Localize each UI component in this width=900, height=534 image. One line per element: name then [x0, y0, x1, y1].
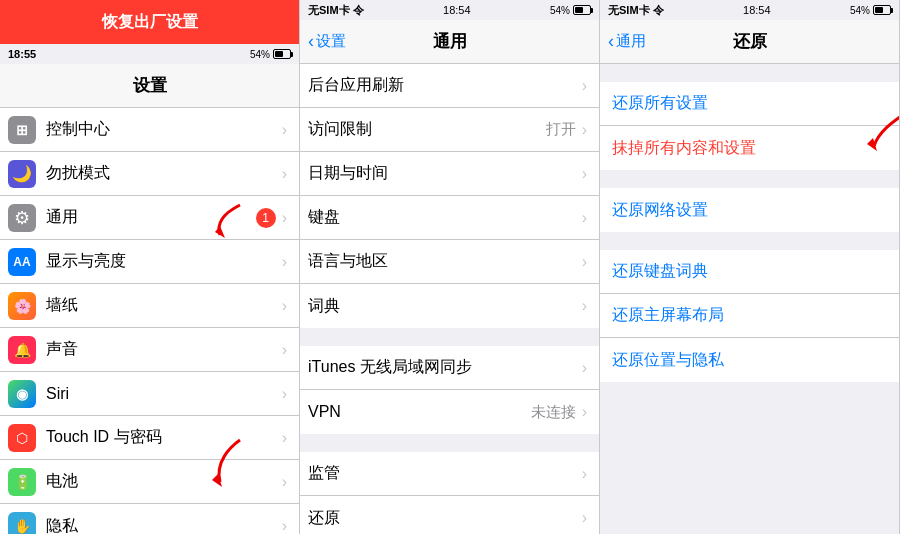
- chevron-icon: ›: [282, 473, 287, 491]
- status-time-2: 18:54: [443, 4, 471, 16]
- chevron-icon: ›: [282, 341, 287, 359]
- status-battery-3: 54%: [850, 5, 891, 16]
- svg-marker-2: [867, 138, 877, 151]
- chevron-icon: ›: [582, 403, 587, 421]
- list-item-control-center[interactable]: ⊞ 控制中心 ›: [0, 108, 299, 152]
- privacy-label: 隐私: [46, 516, 282, 535]
- section-gap-3: [300, 434, 599, 452]
- reset-section-2: 还原网络设置: [600, 188, 899, 232]
- reset-location-label: 还原位置与隐私: [612, 350, 724, 371]
- reset-item-homescreen[interactable]: 还原主屏幕布局: [600, 294, 899, 338]
- sound-icon: 🔔: [8, 336, 36, 364]
- datetime-label: 日期与时间: [308, 163, 582, 184]
- dnd-label: 勿扰模式: [46, 163, 282, 184]
- list-item-sound[interactable]: 🔔 声音 ›: [0, 328, 299, 372]
- list-item-bg-refresh[interactable]: 后台应用刷新 ›: [300, 64, 599, 108]
- reset-list[interactable]: 还原所有设置 抹掉所有内容和设置 还原网络设置: [600, 64, 899, 534]
- chevron-icon: ›: [282, 209, 287, 227]
- chevron-icon: ›: [582, 121, 587, 139]
- erase-all-label: 抹掉所有内容和设置: [612, 138, 756, 159]
- status-battery-1: 54%: [250, 49, 291, 60]
- list-item-touchid[interactable]: ⬡ Touch ID 与密码 ›: [0, 416, 299, 460]
- list-item-keyboard[interactable]: 键盘 ›: [300, 196, 599, 240]
- reset-item-erase-all[interactable]: 抹掉所有内容和设置: [600, 126, 899, 170]
- panel-general: 无SIM卡 令 18:54 54% ‹ 设置 通用 后台应用刷新 › 访问限制 …: [300, 0, 600, 534]
- list-item-battery[interactable]: 🔋 电池 ›: [0, 460, 299, 504]
- list-item-dnd[interactable]: 🌙 勿扰模式 ›: [0, 152, 299, 196]
- general-list[interactable]: 后台应用刷新 › 访问限制 打开 › 日期与时间 › 键盘 › 语言与地区 › …: [300, 64, 599, 534]
- list-item-privacy[interactable]: ✋ 隐私 ›: [0, 504, 299, 534]
- status-bar-3: 无SIM卡 令 18:54 54%: [600, 0, 899, 20]
- list-item-dictionary[interactable]: 词典 ›: [300, 284, 599, 328]
- chevron-icon: ›: [582, 253, 587, 271]
- battery-icon-2: [573, 5, 591, 15]
- settings-list[interactable]: ⊞ 控制中心 › 🌙 勿扰模式 › ⚙ 通用 1 › AA 显示与亮度 ›: [0, 108, 299, 534]
- wallpaper-icon: 🌸: [8, 292, 36, 320]
- factory-reset-header: 恢复出厂设置: [0, 0, 299, 44]
- reset-item-all-settings[interactable]: 还原所有设置: [600, 82, 899, 126]
- chevron-icon: ›: [282, 297, 287, 315]
- section-gap-reset-mid: [600, 170, 899, 188]
- control-center-label: 控制中心: [46, 119, 282, 140]
- chevron-icon: ›: [582, 297, 587, 315]
- nav-bar-2: ‹ 设置 通用: [300, 20, 599, 64]
- list-item-vpn[interactable]: VPN 未连接 ›: [300, 390, 599, 434]
- restrictions-label: 访问限制: [308, 119, 546, 140]
- reset-item-network[interactable]: 还原网络设置: [600, 188, 899, 232]
- status-bar-1: 18:55 54%: [0, 44, 299, 64]
- language-label: 语言与地区: [308, 251, 582, 272]
- vpn-label: VPN: [308, 403, 531, 421]
- status-left-3: 无SIM卡 令: [608, 3, 664, 18]
- nav-title-3: 还原: [733, 30, 767, 53]
- list-item-itunes-sync[interactable]: iTunes 无线局域网同步 ›: [300, 346, 599, 390]
- siri-label: Siri: [46, 385, 282, 403]
- keyboard-label: 键盘: [308, 207, 582, 228]
- touchid-label: Touch ID 与密码: [46, 427, 282, 448]
- vpn-value: 未连接: [531, 403, 576, 422]
- list-item-management[interactable]: 监管 ›: [300, 452, 599, 496]
- list-item-restrictions[interactable]: 访问限制 打开 ›: [300, 108, 599, 152]
- reset-item-location[interactable]: 还原位置与隐私: [600, 338, 899, 382]
- list-item-general[interactable]: ⚙ 通用 1 ›: [0, 196, 299, 240]
- battery-icon-1: [273, 49, 291, 59]
- reset-item-keyboard[interactable]: 还原键盘词典: [600, 250, 899, 294]
- restrictions-value: 打开: [546, 120, 576, 139]
- chevron-icon: ›: [582, 77, 587, 95]
- status-left-2: 无SIM卡 令: [308, 3, 364, 18]
- list-item-datetime[interactable]: 日期与时间 ›: [300, 152, 599, 196]
- general-section-3: 监管 › 还原 ›: [300, 452, 599, 534]
- nav-bar-3: ‹ 通用 还原: [600, 20, 899, 64]
- chevron-icon: ›: [282, 253, 287, 271]
- reset-network-label: 还原网络设置: [612, 200, 708, 221]
- reset-homescreen-label: 还原主屏幕布局: [612, 305, 724, 326]
- battery-icon-3: [873, 5, 891, 15]
- dnd-icon: 🌙: [8, 160, 36, 188]
- siri-icon: ◉: [8, 380, 36, 408]
- list-item-display[interactable]: AA 显示与亮度 ›: [0, 240, 299, 284]
- battery-label: 电池: [46, 471, 282, 492]
- list-item-siri[interactable]: ◉ Siri ›: [0, 372, 299, 416]
- settings-section-main: ⊞ 控制中心 › 🌙 勿扰模式 › ⚙ 通用 1 › AA 显示与亮度 ›: [0, 108, 299, 534]
- list-item-language[interactable]: 语言与地区 ›: [300, 240, 599, 284]
- section-gap-2: [300, 328, 599, 346]
- nav-back-3[interactable]: ‹ 通用: [608, 31, 646, 52]
- itunes-sync-label: iTunes 无线局域网同步: [308, 357, 582, 378]
- general-section-1: 后台应用刷新 › 访问限制 打开 › 日期与时间 › 键盘 › 语言与地区 › …: [300, 64, 599, 328]
- chevron-icon: ›: [282, 385, 287, 403]
- chevron-icon: ›: [282, 165, 287, 183]
- chevron-icon: ›: [282, 429, 287, 447]
- chevron-icon: ›: [282, 121, 287, 139]
- reset-label: 还原: [308, 508, 582, 529]
- status-time-3: 18:54: [743, 4, 771, 16]
- reset-section: 还原所有设置 抹掉所有内容和设置: [600, 82, 899, 170]
- section-gap-reset-mid2: [600, 232, 899, 250]
- list-item-reset[interactable]: 还原 ›: [300, 496, 599, 534]
- chevron-icon: ›: [582, 359, 587, 377]
- general-section-2: iTunes 无线局域网同步 › VPN 未连接 ›: [300, 346, 599, 434]
- general-label: 通用: [46, 207, 256, 228]
- list-item-wallpaper[interactable]: 🌸 墙纸 ›: [0, 284, 299, 328]
- nav-back-2[interactable]: ‹ 设置: [308, 31, 346, 52]
- control-center-icon: ⊞: [8, 116, 36, 144]
- privacy-icon: ✋: [8, 512, 36, 534]
- reset-keyboard-label: 还原键盘词典: [612, 261, 708, 282]
